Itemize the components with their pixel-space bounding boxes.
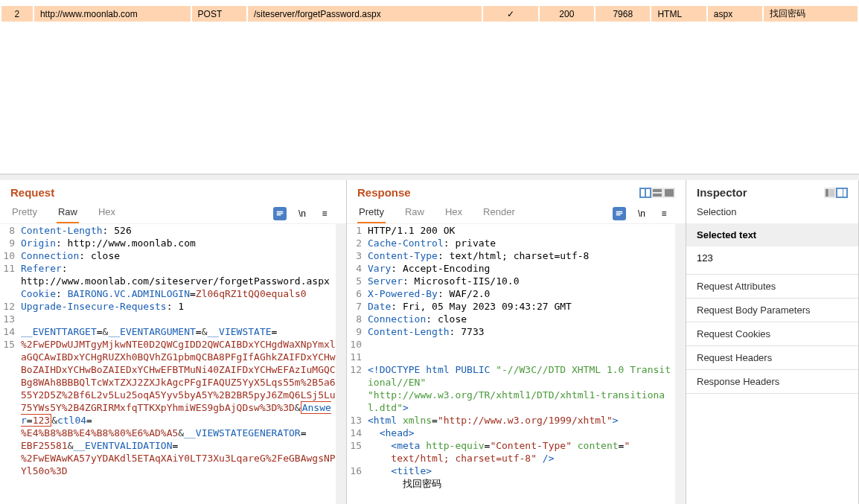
response-panel: Response Pretty Raw Hex Render \n ≡ 1234… — [347, 180, 686, 504]
inspector-title: Inspector — [697, 186, 747, 199]
actions-icon[interactable] — [273, 207, 287, 220]
response-tabs: Pretty Raw Hex Render \n ≡ — [347, 200, 686, 224]
svg-rect-8 — [616, 211, 623, 212]
tab-hex[interactable]: Hex — [444, 203, 464, 223]
response-title: Response — [357, 186, 411, 199]
inspector-layout-toggle — [824, 188, 848, 198]
svg-rect-2 — [277, 214, 281, 215]
row-mime: HTML — [651, 6, 706, 22]
inspector-selected-value[interactable]: 123 — [686, 246, 858, 274]
http-history-table: 2 http://www.moonlab.com POST /siteserve… — [0, 0, 859, 174]
layout-toggle — [639, 188, 675, 198]
tab-raw[interactable]: Raw — [403, 203, 426, 223]
vertical-scrollbar[interactable] — [336, 224, 346, 504]
request-title: Request — [10, 186, 54, 199]
svg-rect-10 — [616, 214, 621, 215]
line-gutter: 12345678910111213141516 — [347, 224, 365, 504]
layout-rows-icon[interactable] — [651, 188, 663, 198]
tab-pretty[interactable]: Pretty — [357, 203, 386, 223]
inspector-request-body-parameters[interactable]: Request Body Parameters — [686, 299, 858, 322]
vertical-scrollbar[interactable] — [675, 224, 686, 504]
inspector-panel: Inspector Selection Selected text 123 Re… — [686, 180, 859, 504]
layout-left-icon[interactable] — [824, 188, 836, 198]
hamburger-icon[interactable]: ≡ — [318, 207, 331, 220]
response-editor[interactable]: 12345678910111213141516 HTTP/1.1 200 OKC… — [347, 224, 686, 504]
inspector-request-headers[interactable]: Request Headers — [686, 346, 858, 369]
tab-pretty[interactable]: Pretty — [10, 203, 39, 223]
svg-rect-12 — [829, 189, 834, 197]
tab-hex[interactable]: Hex — [97, 203, 117, 223]
line-gutter: 89101112131415 — [0, 224, 18, 504]
svg-rect-5 — [653, 189, 662, 192]
row-number: 2 — [1, 6, 33, 22]
svg-rect-14 — [843, 189, 846, 197]
hamburger-icon[interactable]: ≡ — [657, 207, 671, 220]
row-edited-icon: ✓ — [483, 6, 537, 22]
row-status: 200 — [540, 6, 594, 22]
inspector-response-headers[interactable]: Response Headers — [686, 370, 858, 393]
row-method: POST — [192, 6, 246, 22]
request-tabs: Pretty Raw Hex \n ≡ — [0, 200, 346, 224]
svg-rect-4 — [646, 189, 650, 197]
newline-icon[interactable]: \n — [635, 207, 648, 220]
row-ext: aspx — [708, 6, 762, 22]
svg-rect-9 — [616, 213, 623, 214]
inspector-request-attributes[interactable]: Request Attributes — [686, 275, 858, 298]
horizontal-scrollbar[interactable] — [0, 174, 859, 180]
svg-rect-3 — [641, 189, 645, 197]
inspector-selection-label: Selection — [686, 200, 858, 223]
layout-right-icon[interactable] — [836, 188, 848, 198]
svg-rect-6 — [653, 194, 662, 197]
tab-render[interactable]: Render — [482, 203, 517, 223]
newline-icon[interactable]: \n — [296, 207, 309, 220]
inspector-request-cookies[interactable]: Request Cookies — [686, 322, 858, 345]
svg-rect-1 — [277, 213, 284, 214]
table-header-row — [1, 1, 858, 4]
svg-rect-11 — [826, 189, 828, 197]
row-host: http://www.moonlab.com — [34, 6, 191, 22]
layout-single-icon[interactable] — [663, 188, 675, 198]
request-editor[interactable]: 89101112131415 Content-Length: 526Origin… — [0, 224, 346, 504]
request-panel: Request Pretty Raw Hex \n ≡ 891011121314… — [0, 180, 347, 504]
svg-rect-13 — [837, 189, 843, 197]
row-path: /siteserver/forgetPassword.aspx — [248, 6, 482, 22]
row-length: 7968 — [595, 6, 650, 22]
actions-icon[interactable] — [613, 207, 626, 220]
tab-raw[interactable]: Raw — [57, 203, 79, 223]
inspector-selected-text-label: Selected text — [686, 223, 858, 246]
layout-columns-icon[interactable] — [639, 188, 651, 198]
svg-rect-0 — [277, 211, 284, 212]
table-row[interactable]: 2 http://www.moonlab.com POST /siteserve… — [1, 6, 858, 22]
svg-rect-7 — [665, 189, 674, 197]
row-title: 找回密码 — [764, 6, 858, 22]
